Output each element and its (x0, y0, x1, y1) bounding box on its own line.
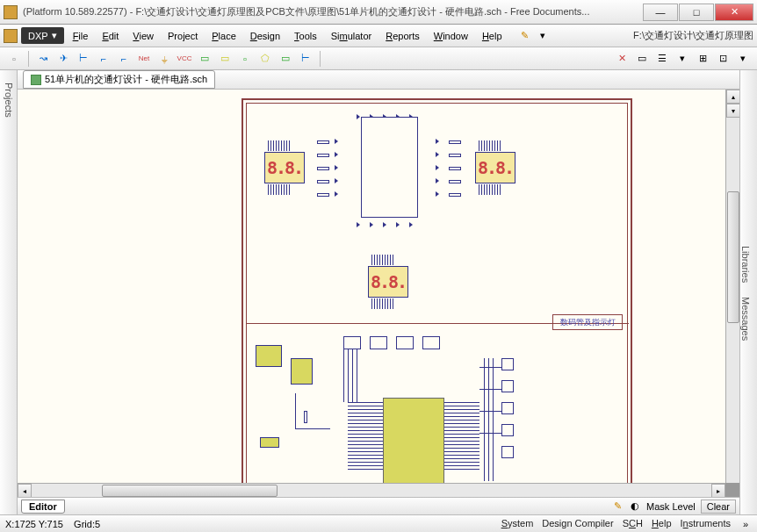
led-icon (335, 191, 342, 197)
menu-place[interactable]: Place (206, 27, 242, 45)
step-icon[interactable]: ↝ (34, 51, 52, 67)
layout-icon[interactable]: ⊞ (694, 51, 711, 67)
document-tabs: 51单片机的交通灯设计 - 硬件电路.sch (18, 70, 739, 90)
new-document-icon[interactable]: ▫ (5, 51, 23, 67)
menu-file[interactable]: File (68, 27, 94, 45)
window-titlebar: (Platform 10.589.22577) - F:\交通灯设计\交通灯原理… (0, 0, 757, 25)
resistor (449, 167, 461, 170)
led-icon (335, 139, 342, 144)
zoom-icon[interactable]: ▭ (633, 51, 651, 67)
net-tool-icon[interactable]: ⌐ (95, 51, 112, 67)
editor-tab[interactable]: Editor (21, 500, 65, 514)
path-display: F:\交通灯设计\交通灯原理图 (633, 29, 753, 42)
grid-value: Grid:5 (74, 519, 100, 529)
fly-icon[interactable]: ✈ (54, 51, 72, 67)
sheet-entry-icon[interactable]: ▭ (216, 51, 234, 67)
pushbutton (501, 446, 514, 458)
vertical-scrollbar[interactable]: ▴ ▾ (725, 90, 739, 483)
left-panel-tab[interactable]: Projects (0, 70, 18, 514)
horizontal-scrollbar[interactable]: ◂ ▸ (18, 483, 725, 497)
schematic-canvas[interactable]: 数码管及指示灯 8.8. 8.8. (18, 90, 739, 497)
menu-view[interactable]: View (127, 27, 159, 45)
close-button[interactable]: ✕ (715, 4, 753, 21)
status-link-system[interactable]: System (501, 518, 534, 530)
wire-bundle (444, 402, 479, 472)
scroll-thumb[interactable] (727, 191, 739, 323)
mask-icon[interactable]: ◐ (629, 500, 641, 513)
minimize-button[interactable]: — (643, 4, 678, 21)
seven-segment-display-bottom: 8.8. (368, 266, 408, 298)
align-icon[interactable]: ☰ (653, 51, 671, 67)
menu-reports[interactable]: Reports (380, 27, 425, 45)
clear-button[interactable]: Clear (701, 500, 736, 514)
resistor (317, 154, 329, 157)
dxp-menu-button[interactable]: DXP ▾ (21, 27, 64, 44)
scroll-thumb[interactable] (102, 485, 278, 497)
menu-window[interactable]: Window (429, 27, 473, 45)
scroll-up-button[interactable]: ▴ (726, 90, 739, 104)
menu-design[interactable]: Design (245, 27, 285, 45)
led-icon (436, 152, 443, 157)
wand-icon[interactable]: ✎ (518, 29, 532, 43)
pins (268, 140, 290, 151)
led-icon (357, 222, 364, 227)
led-icon (436, 139, 443, 144)
led-icon (335, 165, 342, 170)
document-tab-label: 51单片机的交通灯设计 - 硬件电路.sch (45, 73, 207, 86)
gnd-icon[interactable]: ⏚ (155, 51, 173, 67)
resistor (317, 193, 329, 197)
pushbutton (501, 358, 514, 370)
hierarchy-icon[interactable]: ⊢ (75, 51, 92, 67)
menu-project[interactable]: Project (162, 27, 203, 45)
panel-menu-icon[interactable]: » (739, 518, 752, 530)
port-icon[interactable]: ⬠ (256, 51, 274, 67)
pushbutton (501, 424, 514, 436)
status-link-design-compiler[interactable]: Design Compiler (542, 518, 613, 530)
netlabel-icon[interactable]: Net (135, 51, 153, 67)
bus-tool-icon[interactable]: ⌐ (115, 51, 133, 67)
scroll-down-button[interactable]: ▾ (726, 104, 739, 118)
status-link-help[interactable]: Help (652, 518, 672, 530)
menu-tools[interactable]: Tools (289, 27, 322, 45)
messages-tab[interactable]: Messages (740, 293, 751, 344)
driver-ic (361, 117, 418, 218)
wire (295, 393, 296, 428)
component (256, 345, 282, 367)
scroll-left-button[interactable]: ◂ (18, 484, 32, 497)
menu-simulator[interactable]: Simulator (326, 27, 377, 45)
document-tab[interactable]: 51单片机的交通灯设计 - 硬件电路.sch (23, 70, 215, 89)
pencil-icon[interactable]: ✎ (611, 500, 624, 513)
status-link-sch[interactable]: SCH (623, 518, 643, 530)
noerc-icon[interactable]: ✕ (613, 51, 631, 67)
wire (488, 358, 489, 481)
maximize-button[interactable]: □ (679, 4, 714, 21)
libraries-tab[interactable]: Libraries (740, 242, 751, 286)
menu-help[interactable]: Help (477, 27, 508, 45)
grid-icon[interactable]: ▾ (674, 51, 691, 67)
vcc-icon[interactable]: VCC (176, 51, 193, 67)
wire (343, 349, 344, 402)
wire (295, 428, 330, 429)
resistor (449, 180, 461, 183)
wire (493, 358, 494, 481)
harness-icon[interactable]: ▭ (277, 51, 294, 67)
resistor (449, 140, 461, 144)
menu-edit[interactable]: Edit (97, 27, 124, 45)
separator (320, 51, 321, 67)
status-link-instruments[interactable]: Instruments (681, 518, 731, 530)
resistor (317, 167, 329, 170)
resistor (317, 140, 329, 144)
scroll-right-button[interactable]: ▸ (711, 484, 725, 497)
crosshair-icon[interactable]: ▾ (734, 51, 752, 67)
pins (371, 255, 393, 265)
dropdown-icon[interactable]: ▾ (536, 29, 550, 43)
part-icon[interactable]: ▭ (196, 51, 213, 67)
schematic-file-icon (31, 75, 41, 85)
scroll-track[interactable] (32, 484, 711, 497)
junction-icon[interactable]: ⊢ (297, 51, 314, 67)
led-icon (335, 178, 342, 183)
pins (479, 140, 501, 151)
wire (357, 349, 357, 402)
sheet-symbol-icon[interactable]: ▫ (236, 51, 254, 67)
measure-icon[interactable]: ⊡ (714, 51, 732, 67)
